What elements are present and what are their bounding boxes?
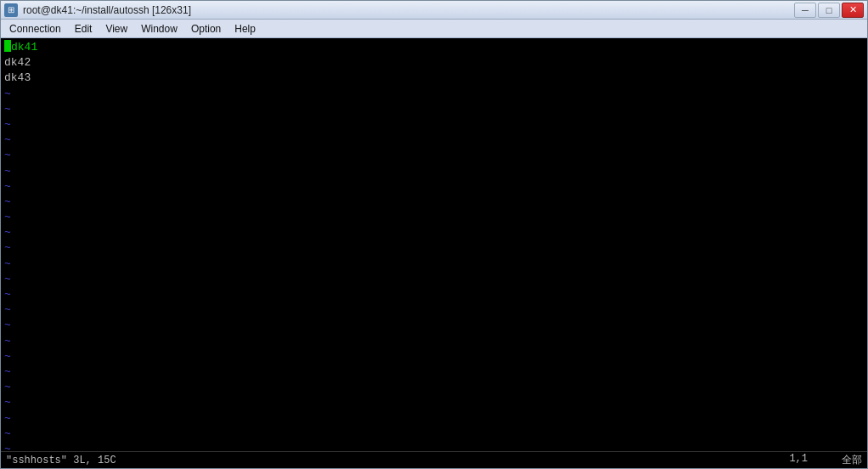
tilde-line-25: ~	[4, 411, 864, 427]
line-dk42: dk42	[4, 55, 31, 71]
tilde-line-7: ~	[4, 133, 864, 148]
status-right: 1,1 全部	[789, 453, 862, 467]
tilde-line-21: ~	[4, 349, 864, 364]
tilde-line-12: ~	[4, 210, 864, 225]
window-title: root@dk41:~/install/autossh [126x31]	[23, 4, 191, 16]
tilde-line-13: ~	[4, 225, 864, 240]
terminal-content: dk41 dk42 dk43 ~ ~ ~ ~ ~ ~ ~ ~ ~ ~ ~ ~ ~…	[4, 40, 864, 451]
tilde-line-27: ~	[4, 442, 864, 451]
title-bar-left: ⊞ root@dk41:~/install/autossh [126x31]	[4, 3, 191, 17]
title-bar: ⊞ root@dk41:~/install/autossh [126x31] ─…	[1, 1, 867, 20]
line-dk41: dk41	[11, 40, 37, 55]
status-view: 全部	[842, 453, 862, 467]
tilde-line-11: ~	[4, 195, 864, 210]
title-buttons: ─ □ ✕	[794, 3, 864, 18]
menu-view[interactable]: View	[99, 21, 134, 37]
tilde-line-23: ~	[4, 380, 864, 395]
tilde-line-19: ~	[4, 318, 864, 333]
tilde-line-17: ~	[4, 287, 864, 302]
tilde-line-9: ~	[4, 164, 864, 179]
tilde-line-14: ~	[4, 240, 864, 256]
close-button[interactable]: ✕	[842, 3, 864, 18]
tilde-line-22: ~	[4, 364, 864, 380]
tilde-line-4: ~	[4, 87, 864, 102]
tilde-line-26: ~	[4, 427, 864, 442]
terminal-line-3: dk43	[4, 71, 864, 86]
main-window: ⊞ root@dk41:~/install/autossh [126x31] ─…	[0, 0, 868, 469]
tilde-line-16: ~	[4, 272, 864, 287]
menu-window[interactable]: Window	[134, 21, 184, 37]
app-icon: ⊞	[4, 3, 18, 17]
terminal-area[interactable]: dk41 dk42 dk43 ~ ~ ~ ~ ~ ~ ~ ~ ~ ~ ~ ~ ~…	[1, 38, 867, 451]
minimize-button[interactable]: ─	[794, 3, 816, 18]
menu-bar: Connection Edit View Window Option Help	[1, 20, 867, 38]
menu-edit[interactable]: Edit	[68, 21, 99, 37]
tilde-line-5: ~	[4, 102, 864, 117]
status-position: 1,1	[789, 453, 808, 467]
cursor	[4, 40, 11, 52]
terminal-line-2: dk42	[4, 55, 864, 71]
tilde-line-20: ~	[4, 334, 864, 349]
status-file-info: "sshhosts" 3L, 15C	[6, 455, 116, 466]
menu-option[interactable]: Option	[184, 21, 228, 37]
tilde-line-24: ~	[4, 395, 864, 410]
terminal-line-1: dk41	[4, 40, 864, 55]
tilde-line-18: ~	[4, 302, 864, 318]
tilde-line-10: ~	[4, 179, 864, 195]
status-bar: "sshhosts" 3L, 15C 1,1 全部	[1, 451, 867, 468]
line-dk43: dk43	[4, 71, 31, 86]
menu-connection[interactable]: Connection	[3, 21, 68, 37]
maximize-button[interactable]: □	[818, 3, 840, 18]
tilde-line-15: ~	[4, 257, 864, 272]
tilde-line-8: ~	[4, 148, 864, 163]
menu-help[interactable]: Help	[228, 21, 262, 37]
tilde-line-6: ~	[4, 117, 864, 133]
